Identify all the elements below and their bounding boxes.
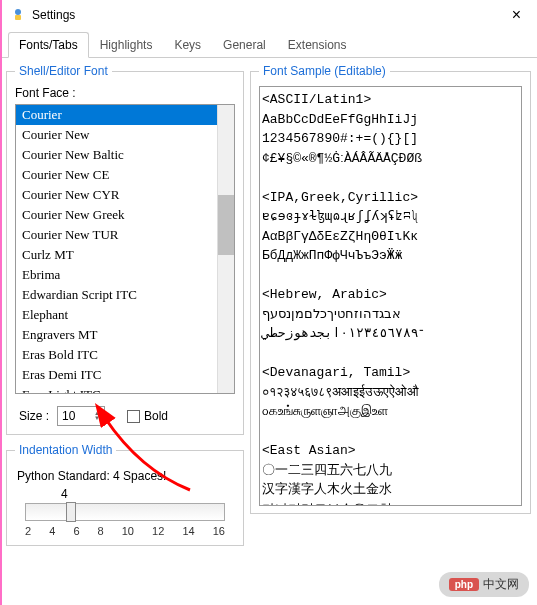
bold-label: Bold [144, 409, 168, 423]
titlebar: Settings × [0, 0, 537, 30]
close-icon[interactable]: × [506, 6, 527, 24]
size-value: 10 [62, 409, 75, 423]
size-spinner[interactable]: ▲▼ [94, 411, 100, 421]
tab-bar: Fonts/Tabs Highlights Keys General Exten… [0, 30, 537, 58]
checkbox-box[interactable] [127, 410, 140, 423]
tick: 8 [98, 525, 104, 537]
bold-checkbox[interactable]: Bold [127, 409, 168, 423]
list-item[interactable]: Ebrima [16, 265, 217, 285]
list-item[interactable]: Engravers MT [16, 325, 217, 345]
app-icon [10, 7, 26, 23]
list-item[interactable]: Edwardian Script ITC [16, 285, 217, 305]
indentation-slider[interactable] [25, 503, 225, 521]
window-title: Settings [32, 8, 506, 22]
font-sample-textarea[interactable]: <ASCII/Latin1> AaBbCcDdEeFfGgHhIiJj 1234… [259, 86, 522, 506]
fontface-label: Font Face : [15, 86, 235, 100]
tick: 16 [213, 525, 225, 537]
tab-extensions[interactable]: Extensions [277, 32, 358, 57]
indentation-group: Indentation Width Python Standard: 4 Spa… [6, 443, 244, 546]
tick: 12 [152, 525, 164, 537]
svg-point-0 [15, 9, 21, 15]
list-item[interactable]: Eras Bold ITC [16, 345, 217, 365]
tab-highlights[interactable]: Highlights [89, 32, 164, 57]
font-sample-group: Font Sample (Editable) <ASCII/Latin1> Aa… [250, 64, 531, 514]
tab-general[interactable]: General [212, 32, 277, 57]
list-item[interactable]: Courier New Baltic [16, 145, 217, 165]
list-item[interactable]: Curlz MT [16, 245, 217, 265]
list-item[interactable]: Courier New TUR [16, 225, 217, 245]
tab-keys[interactable]: Keys [163, 32, 212, 57]
font-sample-legend: Font Sample (Editable) [259, 64, 390, 78]
shell-editor-font-group: Shell/Editor Font Font Face : Courier Co… [6, 64, 244, 435]
list-item[interactable]: Eras Light ITC [16, 385, 217, 393]
slider-value: 4 [61, 487, 225, 501]
slider-ticks: 2 4 6 8 10 12 14 16 [25, 525, 225, 537]
watermark-text: 中文网 [483, 576, 519, 593]
indentation-legend: Indentation Width [15, 443, 116, 457]
size-input[interactable]: 10 ▲▼ [57, 406, 105, 426]
slider-thumb[interactable] [66, 502, 76, 522]
tick: 10 [122, 525, 134, 537]
indentation-label: Python Standard: 4 Spaces! [17, 469, 235, 483]
tick: 6 [73, 525, 79, 537]
list-item[interactable]: Elephant [16, 305, 217, 325]
list-item[interactable]: Eras Demi ITC [16, 365, 217, 385]
list-item[interactable]: Courier [16, 105, 217, 125]
font-listbox[interactable]: Courier Courier New Courier New Baltic C… [15, 104, 235, 394]
size-label: Size : [19, 409, 49, 423]
tick: 4 [49, 525, 55, 537]
watermark-badge: php [449, 578, 479, 591]
scroll-thumb[interactable] [218, 195, 234, 255]
watermark: php 中文网 [439, 572, 529, 597]
list-item[interactable]: Courier New [16, 125, 217, 145]
scrollbar[interactable] [217, 105, 234, 393]
tick: 2 [25, 525, 31, 537]
list-item[interactable]: Courier New CYR [16, 185, 217, 205]
tab-fonts[interactable]: Fonts/Tabs [8, 32, 89, 58]
list-item[interactable]: Courier New Greek [16, 205, 217, 225]
shell-font-legend: Shell/Editor Font [15, 64, 112, 78]
svg-rect-1 [15, 15, 21, 20]
list-item[interactable]: Courier New CE [16, 165, 217, 185]
tick: 14 [182, 525, 194, 537]
